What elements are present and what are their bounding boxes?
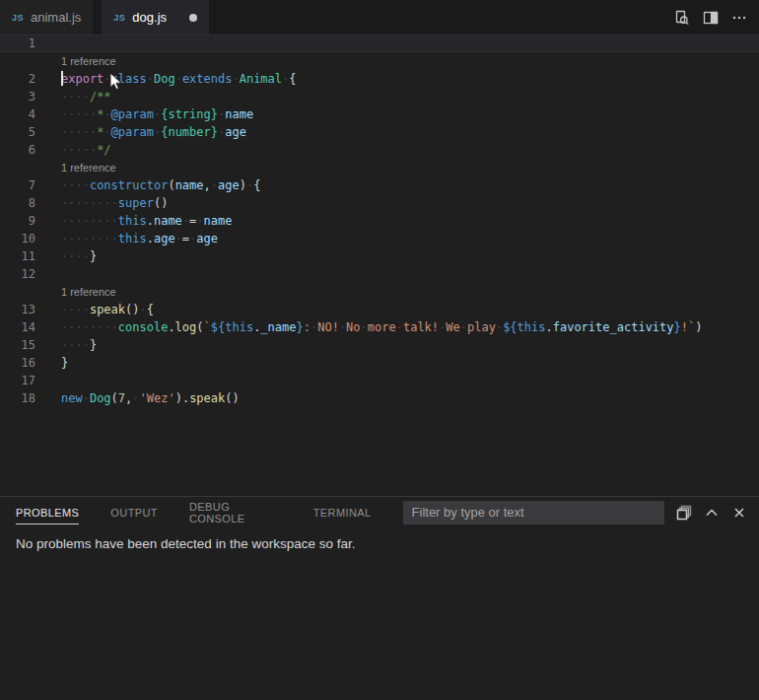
code-token: export·: [61, 72, 111, 86]
code-token: }: [61, 356, 68, 370]
code-line[interactable]: 7····constructor(name,·age)·{: [0, 176, 759, 194]
line-number[interactable]: 1: [0, 35, 35, 52]
codelens-label[interactable]: 1 reference: [0, 162, 116, 174]
code-token: (): [225, 391, 239, 405]
code-token: }: [674, 320, 681, 334]
code-token: Animal·: [240, 72, 290, 86]
code-line[interactable]: 5·····*·@param·{number}·age: [0, 123, 759, 141]
code-line[interactable]: 16}: [0, 354, 759, 372]
codelens-references[interactable]: 1 reference: [0, 159, 759, 176]
code-token: !`: [681, 320, 695, 334]
code-token: ····}: [61, 338, 97, 352]
open-preview-icon[interactable]: [674, 10, 690, 26]
tab-dog-js[interactable]: JS dog.js: [102, 0, 209, 35]
code-token: name: [225, 107, 253, 121]
code-token: class·: [111, 72, 154, 86]
code-line[interactable]: 4·····*·@param·{string}·name: [0, 105, 759, 123]
line-number[interactable]: 13: [0, 301, 35, 318]
code-token: {: [289, 72, 296, 86]
problems-filter-input[interactable]: [403, 501, 664, 525]
code-token: 7: [118, 391, 125, 405]
line-number[interactable]: 17: [0, 372, 35, 389]
maximize-panel-icon[interactable]: [704, 505, 720, 521]
code-token: 'Wez': [140, 391, 175, 405]
code-token: ): [695, 320, 702, 334]
code-line[interactable]: 13····speak()·{: [0, 301, 759, 318]
line-number[interactable]: 2: [0, 70, 35, 88]
line-number[interactable]: 7: [0, 176, 35, 194]
code-token: ,·: [204, 178, 218, 192]
editor-actions: [674, 0, 759, 35]
code-token: }: [296, 320, 303, 334]
line-number[interactable]: 10: [0, 230, 35, 247]
code-token: ·····*/: [61, 143, 111, 157]
code-line[interactable]: 1: [0, 35, 759, 52]
modified-dot-icon[interactable]: [189, 14, 197, 22]
codelens-references[interactable]: 1 reference: [0, 283, 759, 301]
code-text: ········super(): [35, 194, 168, 212]
line-number[interactable]: 9: [0, 212, 35, 230]
line-number[interactable]: 3: [0, 88, 35, 105]
panel-tab-debug-console[interactable]: DEBUG CONSOLE: [189, 494, 282, 530]
more-actions-icon[interactable]: [731, 10, 747, 26]
line-number[interactable]: 4: [0, 105, 35, 123]
line-number[interactable]: 11: [0, 247, 35, 265]
code-line[interactable]: 17: [0, 372, 759, 389]
panel-tab-terminal[interactable]: TERMINAL: [313, 500, 372, 525]
text-caret: [61, 71, 63, 86]
line-number[interactable]: 15: [0, 336, 35, 354]
code-token: {string}·: [161, 107, 225, 121]
codelens-references[interactable]: 1 reference: [0, 52, 759, 70]
code-line[interactable]: 9········this.name·=·name: [0, 212, 759, 230]
code-token: _name: [260, 320, 296, 334]
split-editor-icon[interactable]: [703, 10, 719, 26]
code-token: :·NO!·No·more·talk!·We·play·: [304, 320, 503, 334]
code-line[interactable]: 11····}: [0, 247, 759, 265]
line-number[interactable]: 5: [0, 123, 35, 141]
code-line[interactable]: 8········super(): [0, 194, 759, 212]
code-token: {number}·: [161, 125, 225, 139]
code-token: ····/**: [61, 90, 111, 104]
problems-message: No problems have been detected in the wo…: [0, 527, 759, 560]
code-line[interactable]: 15····}: [0, 336, 759, 354]
line-number[interactable]: 14: [0, 318, 35, 336]
close-panel-icon[interactable]: [731, 505, 747, 521]
code-text: }: [35, 354, 68, 372]
line-number[interactable]: 12: [0, 265, 35, 283]
code-line[interactable]: 18new·Dog(7,·'Wez').speak(): [0, 389, 759, 407]
code-token: ${this: [211, 320, 253, 334]
code-token: age: [218, 178, 240, 192]
panel-tab-output[interactable]: OUTPUT: [110, 500, 158, 525]
code-token: Dog·: [154, 72, 182, 86]
panel-tab-problems[interactable]: PROBLEMS: [16, 500, 79, 525]
code-token: ·=·: [175, 232, 197, 245]
tab-animal-js[interactable]: JS animal.js: [0, 0, 93, 35]
code-text: ····}: [35, 247, 97, 265]
code-token: )·{: [240, 178, 261, 192]
line-number[interactable]: 18: [0, 389, 35, 407]
line-number[interactable]: 16: [0, 354, 35, 372]
code-text: ·····*·@param·{number}·age: [35, 123, 246, 141]
code-line[interactable]: 2export·class·Dog·extends·Animal·{: [0, 70, 759, 88]
code-token: ········this: [61, 232, 147, 245]
code-line[interactable]: 6·····*/: [0, 141, 759, 159]
code-token: (: [196, 320, 203, 334]
code-token: extends·: [182, 72, 240, 86]
code-token: age: [154, 232, 175, 245]
line-number[interactable]: 6: [0, 141, 35, 159]
collapse-all-icon[interactable]: [676, 505, 692, 521]
code-token: Dog: [90, 391, 111, 405]
code-line[interactable]: 12: [0, 265, 759, 283]
line-number[interactable]: 8: [0, 194, 35, 212]
codelens-label[interactable]: 1 reference: [0, 286, 116, 298]
code-text: export·class·Dog·extends·Animal·{: [35, 70, 297, 88]
code-line[interactable]: 10········this.age·=·age: [0, 230, 759, 247]
tab-label: animal.js: [31, 10, 81, 25]
code-text: ·····*·@param·{string}·name: [35, 105, 253, 123]
code-text: ····speak()·{: [35, 301, 154, 318]
codelens-label[interactable]: 1 reference: [0, 55, 116, 67]
code-line[interactable]: 3····/**: [0, 88, 759, 105]
code-token: name: [154, 214, 182, 228]
code-line[interactable]: 14········console.log(`${this._name}:·NO…: [0, 318, 759, 336]
code-editor[interactable]: 11 reference2export·class·Dog·extends·An…: [0, 35, 759, 496]
